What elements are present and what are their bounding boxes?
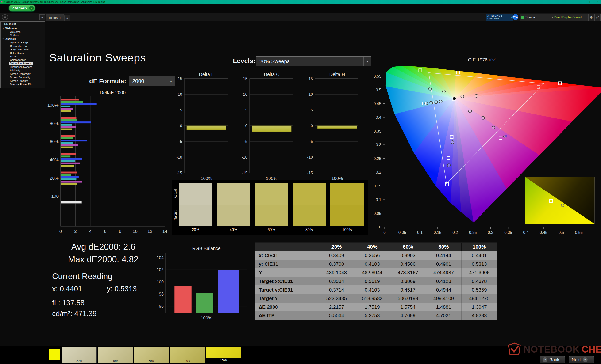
sidebar-item-grayscale-multi[interactable]: Grayscale - Multi [1, 48, 45, 51]
swatch-percent-label: 80% [292, 228, 326, 232]
sidebar-item-grayscale-2pt[interactable]: Grayscale - 2pt [1, 44, 45, 48]
measurement-count-badge: 234 [512, 14, 518, 20]
sidebar-item-label: Additivity [9, 69, 21, 72]
table-cell: 1.4881 [426, 303, 461, 311]
svg-text:-15: -15 [241, 171, 247, 175]
table-cell: 0.4103 [354, 286, 390, 294]
swatch-80% [292, 183, 326, 226]
display-control-dropdown[interactable]: Direct Display Control ▾ [553, 14, 590, 21]
sidebar-item-label: Color Gamut [9, 52, 26, 54]
table-cell: 4.7699 [390, 311, 426, 320]
table-cell: 0.5313 [461, 260, 497, 268]
sidebar-item-label: Luminance Sweeps [9, 66, 34, 68]
svg-text:0.15: 0.15 [434, 230, 441, 235]
sidebar-item-screen-angularity[interactable]: Screen Angularity [1, 76, 45, 79]
sidebar-item-label: Screen Uniformity [9, 72, 31, 75]
svg-text:0: 0 [379, 225, 381, 229]
patch-thumbnail-80%[interactable]: 80% [170, 347, 205, 363]
patch-thumbnail-40%[interactable]: 40% [98, 347, 133, 363]
toolkit-menu-button[interactable] [2, 14, 8, 20]
expand-button[interactable]: ⤢ [594, 14, 601, 21]
table-row-label: x: CIE31 [255, 251, 319, 260]
table-cell: 482.8944 [354, 268, 390, 277]
svg-text:0: 0 [383, 230, 385, 235]
table-cell: 0.3714 [319, 286, 354, 294]
next-button[interactable]: Next » [569, 356, 594, 363]
svg-text:10: 10 [309, 92, 313, 97]
tab-history-1[interactable]: History 1 [46, 14, 64, 21]
swatch-20% [179, 183, 212, 226]
cie-1976-chart: 0.550.50.450.40.350.30.250.20.150.10.050… [369, 56, 601, 242]
actual-swatch [292, 183, 326, 205]
sidebar-item-analysis[interactable]: ▾Analysis [1, 37, 45, 41]
watermark-word1: NOTEBOOK [523, 344, 580, 354]
table-cell: 0.3656 [354, 251, 390, 260]
window-controls: – □ × [580, 0, 601, 3]
table-cell: 0.4506 [390, 260, 426, 268]
new-tab-button[interactable]: + [64, 15, 70, 21]
expander-icon[interactable]: ▾ [3, 28, 3, 29]
sidebar-item-options[interactable]: Options [1, 34, 45, 37]
table-cell: 0.3700 [319, 260, 354, 268]
window-title: Calman 2025 Calman Ultimate for Business… [4, 0, 105, 3]
table-cell: 506.0193 [390, 294, 426, 303]
close-button[interactable]: × [594, 0, 601, 3]
source-dropdown[interactable]: Source ▾ [520, 14, 554, 21]
current-patch-indicator [49, 349, 60, 360]
svg-text:0: 0 [60, 229, 62, 234]
table-cell: 0.3409 [319, 251, 354, 260]
svg-text:20%: 20% [50, 176, 59, 181]
settings-button[interactable]: ⚙ [588, 14, 594, 21]
sidebar-item-welcome[interactable]: ▾Welcome [1, 27, 45, 30]
sidebar-item-saturation-sweeps[interactable]: Saturation Sweeps [1, 62, 45, 65]
svg-text:0.35: 0.35 [504, 230, 512, 235]
svg-text:5: 5 [245, 108, 247, 112]
meter-select-button[interactable]: X-Rite i1Pro 2 Direct View ▾ [486, 14, 513, 21]
back-button[interactable]: « Back [540, 356, 565, 363]
rgb-balance-chart: 1041021009896100% [150, 244, 251, 321]
svg-text:100%: 100% [47, 103, 59, 108]
sidebar-item-spectral-power-dist-[interactable]: Spectral Power Dist. [1, 83, 45, 86]
patch-thumbnail-60%[interactable]: 60% [134, 347, 169, 363]
patch-thumbnail-20%[interactable]: 20% [61, 347, 97, 363]
svg-text:60%: 60% [50, 139, 59, 144]
sidebar-item-label: ColorChecker [9, 58, 27, 61]
delta-h-chart: 151050-5-10-15100% [295, 70, 359, 183]
svg-text:104: 104 [157, 255, 164, 260]
patch-thumbnail-100%[interactable]: 100% [206, 347, 241, 363]
sidebar-collapse-button[interactable]: ◀ [40, 14, 45, 20]
table-cell: 0.4128 [426, 277, 461, 286]
sidebar-item-welcome[interactable]: Welcome [1, 30, 45, 34]
svg-text:0.45: 0.45 [373, 102, 381, 106]
svg-text:-5: -5 [310, 139, 313, 144]
sidebar-item-screen-stability[interactable]: Screen Stability [1, 79, 45, 83]
sidebar-item-label: Spectral Power Dist. [9, 83, 34, 86]
expander-icon[interactable]: ▾ [3, 38, 3, 40]
de-formula-label: dE Formula: [89, 78, 126, 85]
calman-menu-button[interactable]: calman ▾ [9, 5, 35, 11]
sidebar-item-additivity[interactable]: Additivity [1, 69, 45, 72]
swatch-100% [330, 183, 364, 226]
table-cell: 513.9582 [354, 294, 390, 303]
delta-l-chart: 151050-5-10-15100% [164, 70, 228, 183]
sidebar-item-screen-uniformity[interactable]: Screen Uniformity [1, 72, 45, 76]
sidebar-item-label: Welcome [4, 27, 18, 30]
levels-dropdown[interactable]: 20% Sweeps ▾ [256, 56, 371, 66]
sidebar-item-3d-lut[interactable]: 3D LUT [1, 55, 45, 58]
minimize-button[interactable]: – [580, 0, 587, 3]
sidebar-item-color-gamut[interactable]: Color Gamut [1, 51, 45, 55]
source-icon [521, 16, 524, 19]
sidebar-item-colorchecker[interactable]: ColorChecker [1, 58, 45, 62]
thumbnail-label: 60% [134, 359, 169, 363]
target-swatch [255, 205, 288, 226]
table-header-100%: 100% [461, 242, 497, 251]
sidebar-item-luminance-sweeps[interactable]: Luminance Sweeps [1, 65, 45, 69]
table-cell: 0.4944 [426, 286, 461, 294]
meter-name: X-Rite i1Pro 2 Direct View [487, 15, 502, 20]
sidebar-item-dynamic-range[interactable]: Dynamic Range [1, 41, 45, 44]
table-row-label: Target Y [255, 294, 319, 303]
table-cell: 0.4103 [354, 260, 390, 268]
table-row-label: ΔE ITP [255, 311, 319, 320]
source-label: Source [525, 16, 535, 19]
maximize-button[interactable]: □ [587, 0, 594, 3]
